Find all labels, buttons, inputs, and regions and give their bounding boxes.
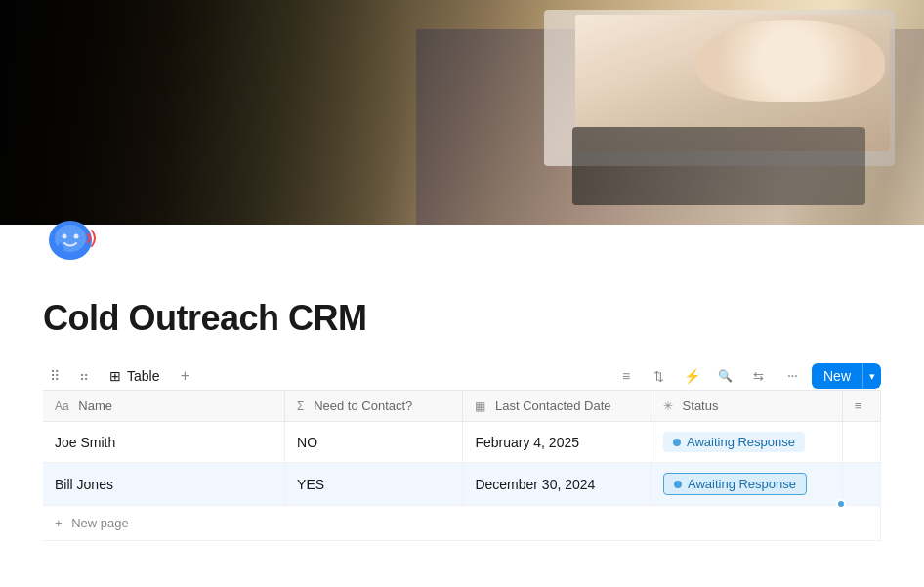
cell-more-1	[842, 463, 880, 506]
status-text-1: Awaiting Response	[688, 477, 796, 491]
page-content: Cold Outreach CRM ⠿ ⠶ ⊞ Table + ≡ ⇅ ⚡	[0, 278, 924, 541]
column-need-label: Need to Contact?	[314, 398, 412, 413]
page-title: Cold Outreach CRM	[43, 298, 881, 339]
link-button[interactable]: ⇆	[745, 362, 773, 390]
svg-point-2	[63, 234, 67, 239]
chevron-down-icon: ▾	[869, 370, 875, 382]
app-logo-icon	[43, 213, 102, 267]
sigma-icon: Σ	[297, 399, 304, 413]
more-icon: ···	[787, 367, 797, 385]
drag-handle-button[interactable]: ⠿	[43, 364, 66, 388]
cell-date-0: February 4, 2025	[463, 422, 651, 463]
automation-button[interactable]: ⚡	[679, 362, 706, 390]
table-row[interactable]: Bill Jones YES December 30, 2024 Awaitin…	[43, 463, 881, 506]
cell-need-1: YES	[285, 463, 463, 506]
new-page-label: New page	[71, 516, 129, 530]
link-icon: ⇆	[753, 369, 764, 384]
svg-point-3	[74, 234, 79, 239]
table-view-button[interactable]: ⊞ Table	[102, 364, 167, 388]
header-row: Aa Name Σ Need to Contact? ▦ Last Contac…	[43, 391, 881, 422]
calendar-icon: ▦	[475, 399, 485, 413]
resize-handle-icon[interactable]	[836, 499, 846, 509]
new-page-row[interactable]: + New page	[43, 506, 881, 541]
column-date-label: Last Contacted Date	[495, 398, 611, 413]
table-header: Aa Name Σ Need to Contact? ▦ Last Contac…	[43, 391, 881, 422]
gear-icon: ✳	[663, 399, 673, 413]
search-button[interactable]: 🔍	[712, 362, 739, 390]
add-view-button[interactable]: +	[173, 364, 196, 388]
table-view-label: Table	[127, 368, 159, 384]
cell-status-1: Awaiting Response	[651, 463, 842, 506]
cell-date-1: December 30, 2024	[463, 463, 651, 506]
status-dot-icon	[674, 481, 682, 488]
plus-icon: +	[55, 516, 63, 530]
new-page-cell[interactable]: + New page	[43, 506, 881, 541]
crm-table: Aa Name Σ Need to Contact? ▦ Last Contac…	[43, 391, 881, 541]
filter-button[interactable]: ≡	[612, 362, 640, 390]
column-header-need: Σ Need to Contact?	[285, 391, 463, 422]
toolbar-left: ⠿ ⠶ ⊞ Table +	[43, 364, 612, 388]
table-icon: ⊞	[109, 368, 121, 384]
hero-image	[0, 0, 924, 225]
column-name-label: Name	[78, 398, 112, 413]
lightning-icon: ⚡	[684, 368, 700, 384]
cell-more-0	[842, 422, 880, 463]
grid-icon-button[interactable]: ⠶	[72, 364, 96, 388]
search-icon: 🔍	[718, 369, 733, 383]
cell-need-0: NO	[285, 422, 463, 463]
column-header-status: ✳ Status	[651, 391, 842, 422]
column-header-more[interactable]: ≡	[842, 391, 880, 422]
logo-area	[43, 213, 102, 271]
new-button-group: New ▾	[812, 363, 881, 389]
cell-name-0: Joe Smith	[43, 422, 285, 463]
cell-status-0: Awaiting Response	[651, 422, 842, 463]
sort-button[interactable]: ⇅	[646, 362, 673, 390]
more-button[interactable]: ···	[778, 362, 806, 390]
column-header-name: Aa Name	[43, 391, 285, 422]
sort-icon: ⇅	[653, 369, 664, 384]
table-body: Joe Smith NO February 4, 2025 Awaiting R…	[43, 422, 881, 541]
status-dot-icon	[673, 439, 681, 446]
new-button-dropdown[interactable]: ▾	[862, 363, 881, 389]
aa-icon: Aa	[55, 399, 69, 413]
column-header-date: ▦ Last Contacted Date	[463, 391, 651, 422]
column-status-label: Status	[683, 398, 719, 413]
status-badge: Awaiting Response	[663, 432, 805, 452]
status-text-0: Awaiting Response	[687, 435, 795, 449]
columns-more-icon: ≡	[855, 398, 862, 413]
filter-icon: ≡	[622, 368, 630, 384]
new-button[interactable]: New	[812, 363, 862, 389]
cell-name-1: Bill Jones	[43, 463, 285, 506]
table-row[interactable]: Joe Smith NO February 4, 2025 Awaiting R…	[43, 422, 881, 463]
hero-photo	[0, 0, 924, 225]
toolbar-right: ≡ ⇅ ⚡ 🔍 ⇆ ··· New ▾	[612, 362, 881, 390]
status-badge: Awaiting Response	[663, 473, 807, 495]
toolbar: ⠿ ⠶ ⊞ Table + ≡ ⇅ ⚡ 🔍 ⇆	[43, 362, 881, 391]
